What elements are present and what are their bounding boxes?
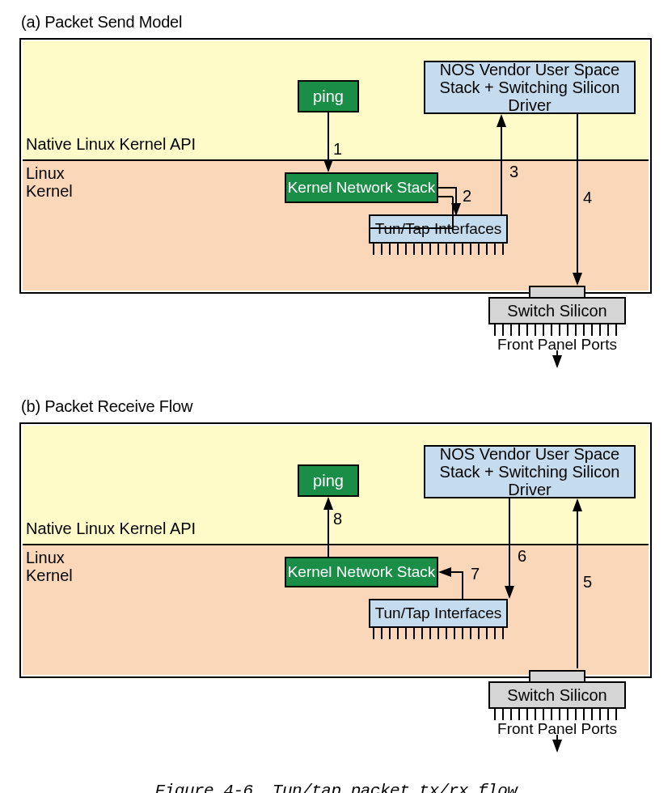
edge-label-2: 2 (463, 187, 471, 206)
native-api-label: Native Linux Kernel API (26, 519, 196, 538)
ping-box: ping (298, 80, 359, 112)
switch-silicon-box: Switch Silicon (488, 297, 626, 324)
switch-silicon-group: Switch Silicon Front Panel Ports (488, 670, 626, 738)
front-panel-ports-icon (492, 324, 623, 337)
ping-box: ping (298, 464, 359, 497)
linux-kernel-label: LinuxKernel (26, 549, 73, 584)
tun-tap-ports-icon (370, 244, 509, 257)
switch-silicon-box: Switch Silicon (488, 681, 626, 709)
edge-label-4: 4 (583, 189, 592, 207)
edge-label-8: 8 (333, 510, 342, 528)
front-panel-ports-label: Front Panel Ports (488, 720, 626, 738)
edge-label-1: 1 (333, 140, 342, 159)
front-panel-ports-icon (492, 709, 623, 722)
edge-label-7: 7 (471, 565, 480, 583)
front-panel-ports-label: Front Panel Ports (488, 336, 626, 354)
tun-tap-ports-icon (370, 628, 509, 641)
switch-silicon-group: Switch Silicon Front Panel Ports (488, 286, 626, 354)
panel-b-title: (b) Packet Receive Flow (21, 397, 653, 416)
kernel-network-stack-box: Kernel Network Stack (285, 172, 438, 203)
edge-label-6: 6 (518, 547, 526, 566)
panel-b: Native Linux Kernel API LinuxKernel ping… (19, 422, 652, 754)
kernel-network-stack-box: Kernel Network Stack (285, 557, 438, 587)
tun-tap-interfaces-box: Tun/Tap Interfaces (369, 599, 508, 628)
panel-a: Native Linux Kernel API LinuxKernel ping… (19, 38, 652, 370)
nos-vendor-stack-box: NOS Vendor User Space Stack + Switching … (424, 445, 636, 498)
edge-label-3: 3 (509, 163, 518, 181)
linux-kernel-label: LinuxKernel (26, 164, 73, 200)
edge-label-5: 5 (583, 573, 592, 592)
figure-caption: Figure 4-6. Tun/tap packet tx/rx flow (19, 782, 653, 793)
nos-vendor-stack-box: NOS Vendor User Space Stack + Switching … (424, 61, 636, 114)
tun-tap-interfaces-box: Tun/Tap Interfaces (369, 214, 508, 244)
panel-a-title: (a) Packet Send Model (21, 13, 653, 32)
silicon-connector-icon (529, 670, 585, 681)
silicon-connector-icon (529, 286, 585, 297)
native-api-label: Native Linux Kernel API (26, 135, 196, 154)
